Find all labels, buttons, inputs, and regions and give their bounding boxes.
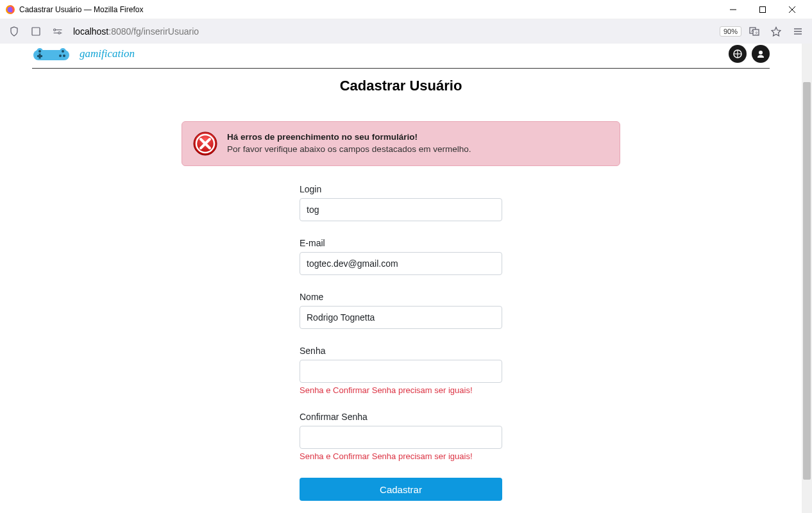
- header-link-icon[interactable]: [729, 45, 747, 63]
- page-content: gamification Cadastrar U: [0, 44, 802, 513]
- confirmar-senha-group: Confirmar Senha Senha e Confirmar Senha …: [300, 412, 502, 461]
- nome-input[interactable]: [300, 306, 502, 329]
- gamepad-icon: [32, 46, 78, 62]
- register-form: Login E-mail Nome Senha Senha e Confirma…: [300, 184, 502, 501]
- nome-label: Nome: [300, 292, 502, 302]
- window-titlebar: Cadastrar Usuário — Mozilla Firefox: [0, 0, 812, 19]
- senha-label: Senha: [300, 346, 502, 356]
- bookmark-icon[interactable]: [767, 22, 785, 40]
- svg-rect-3: [760, 6, 766, 12]
- login-input[interactable]: [300, 198, 502, 221]
- browser-toolbar: localhost:8080/fg/inserirUsuario 90% A 文: [0, 19, 812, 44]
- vertical-scrollbar[interactable]: [802, 44, 812, 513]
- email-input[interactable]: [300, 252, 502, 275]
- svg-point-23: [62, 50, 64, 53]
- email-label: E-mail: [300, 238, 502, 248]
- permissions-icon[interactable]: [49, 22, 67, 40]
- nome-group: Nome: [300, 292, 502, 329]
- cadastrar-button[interactable]: Cadastrar: [300, 478, 502, 501]
- confirmar-senha-error: Senha e Confirmar Senha precisam ser igu…: [300, 451, 502, 461]
- svg-point-9: [58, 32, 60, 34]
- header-icons: [729, 45, 770, 63]
- window-controls: [718, 0, 807, 19]
- logo-text: gamification: [80, 47, 135, 60]
- svg-text:文: 文: [755, 31, 758, 35]
- firefox-icon: [5, 4, 15, 15]
- menu-icon[interactable]: [789, 22, 807, 40]
- svg-point-7: [54, 29, 56, 31]
- svg-point-31: [759, 51, 763, 55]
- svg-point-27: [63, 55, 65, 57]
- page-info-icon[interactable]: [27, 22, 45, 40]
- alert-text: Há erros de preenchimento no seu formulá…: [227, 131, 471, 156]
- translate-icon[interactable]: A 文: [745, 22, 763, 40]
- url-bar[interactable]: localhost:8080/fg/inserirUsuario: [71, 26, 716, 37]
- alert-heading: Há erros de preenchimento no seu formulá…: [227, 132, 418, 142]
- svg-point-26: [59, 55, 62, 57]
- url-path: :8080/fg/inserirUsuario: [108, 26, 199, 37]
- url-host: localhost: [73, 26, 108, 37]
- senha-error: Senha e Confirmar Senha precisam ser igu…: [300, 385, 502, 395]
- confirmar-senha-input[interactable]: [300, 426, 502, 449]
- login-label: Login: [300, 184, 502, 194]
- svg-point-22: [38, 50, 41, 53]
- senha-group: Senha Senha e Confirmar Senha precisam s…: [300, 346, 502, 395]
- alert-body: Por favor verifique abaixo os campos des…: [227, 144, 471, 154]
- window-title: Cadastrar Usuário — Mozilla Firefox: [19, 5, 718, 14]
- login-group: Login: [300, 184, 502, 221]
- confirmar-senha-label: Confirmar Senha: [300, 412, 502, 422]
- scrollbar-thumb[interactable]: [803, 82, 811, 480]
- zoom-badge[interactable]: 90%: [720, 26, 741, 37]
- page-title: Cadastrar Usuário: [32, 78, 770, 94]
- svg-rect-25: [39, 54, 41, 59]
- minimize-button[interactable]: [718, 0, 748, 19]
- close-button[interactable]: [777, 0, 807, 19]
- maximize-button[interactable]: [748, 0, 777, 19]
- svg-text:A: A: [751, 29, 754, 33]
- header-user-icon[interactable]: [752, 45, 770, 63]
- error-alert: Há erros de preenchimento no seu formulá…: [182, 121, 620, 166]
- page-header: gamification: [32, 44, 770, 69]
- error-icon: [192, 131, 218, 156]
- logo[interactable]: gamification: [32, 46, 135, 62]
- shield-icon[interactable]: [5, 22, 23, 40]
- email-group: E-mail: [300, 238, 502, 275]
- senha-input[interactable]: [300, 360, 502, 383]
- svg-rect-6: [32, 28, 40, 35]
